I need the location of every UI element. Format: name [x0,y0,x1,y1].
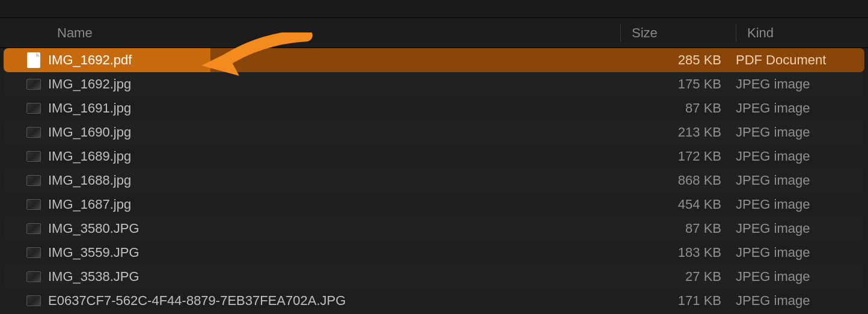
column-header-row: Name Size Kind [0,18,868,48]
file-kind: JPEG image [732,269,864,285]
file-size: 172 KB [617,149,732,164]
file-kind: JPEG image [732,293,864,309]
file-row[interactable]: IMG_1690.jpg213 KBJPEG image [4,120,864,144]
file-size: 27 KB [617,269,732,285]
file-size: 213 KB [617,125,732,140]
file-size: 285 KB [617,52,732,68]
image-file-icon [14,125,41,140]
pdf-file-icon: PDF [14,53,41,67]
file-name: IMG_3580.JPG [41,221,617,236]
column-header-kind[interactable]: Kind [736,24,868,42]
file-list: PDF IMG_1692.pdf285 KBPDF DocumentIMG_16… [0,48,868,313]
file-kind: JPEG image [732,245,864,260]
image-file-icon [14,173,41,188]
file-name: IMG_1692.jpg [41,76,617,92]
file-size: 171 KB [617,293,732,309]
file-kind: JPEG image [732,197,864,212]
file-kind: JPEG image [732,100,864,116]
image-file-icon [14,149,41,164]
image-file-icon [14,101,41,115]
file-kind: JPEG image [732,125,864,140]
file-name: IMG_1692.pdf [41,52,617,68]
file-row[interactable]: IMG_1688.jpg868 KBJPEG image [4,168,864,192]
file-row[interactable]: IMG_3580.JPG87 KBJPEG image [4,217,864,241]
file-row[interactable]: PDF IMG_1692.pdf285 KBPDF Document [4,48,864,72]
image-file-icon [14,77,41,91]
file-name: IMG_1688.jpg [41,173,617,188]
file-size: 183 KB [617,245,732,260]
file-kind: JPEG image [732,173,864,188]
file-row[interactable]: IMG_3538.JPG27 KBJPEG image [4,265,864,289]
file-kind: PDF Document [732,52,864,68]
image-file-icon [14,294,41,308]
file-row[interactable]: IMG_1691.jpg87 KBJPEG image [4,96,864,120]
file-row[interactable]: E0637CF7-562C-4F44-8879-7EB37FEA702A.JPG… [4,289,864,313]
file-row[interactable]: IMG_1692.jpg175 KBJPEG image [4,72,864,96]
column-header-name[interactable]: Name [57,25,620,41]
file-size: 87 KB [617,221,732,236]
file-name: E0637CF7-562C-4F44-8879-7EB37FEA702A.JPG [41,293,617,309]
file-name: IMG_1690.jpg [41,125,617,140]
column-header-size[interactable]: Size [620,24,736,42]
file-size: 868 KB [617,173,732,188]
file-kind: JPEG image [732,221,864,236]
image-file-icon [14,197,41,212]
file-kind: JPEG image [732,76,864,92]
file-name: IMG_1687.jpg [41,197,617,212]
image-file-icon [14,221,41,236]
file-row[interactable]: IMG_3559.JPG183 KBJPEG image [4,241,864,265]
image-file-icon [14,245,41,260]
toolbar-space [0,0,868,18]
svg-text:PDF: PDF [30,63,37,67]
image-file-icon [14,269,41,284]
file-name: IMG_1691.jpg [41,100,617,116]
file-size: 87 KB [617,100,732,116]
file-size: 454 KB [617,197,732,212]
file-name: IMG_1689.jpg [41,149,617,164]
file-row[interactable]: IMG_1689.jpg172 KBJPEG image [4,144,864,168]
file-row[interactable]: IMG_1687.jpg454 KBJPEG image [4,192,864,217]
file-size: 175 KB [617,76,732,92]
file-name: IMG_3559.JPG [41,245,617,260]
file-kind: JPEG image [732,149,864,164]
file-name: IMG_3538.JPG [41,269,617,285]
